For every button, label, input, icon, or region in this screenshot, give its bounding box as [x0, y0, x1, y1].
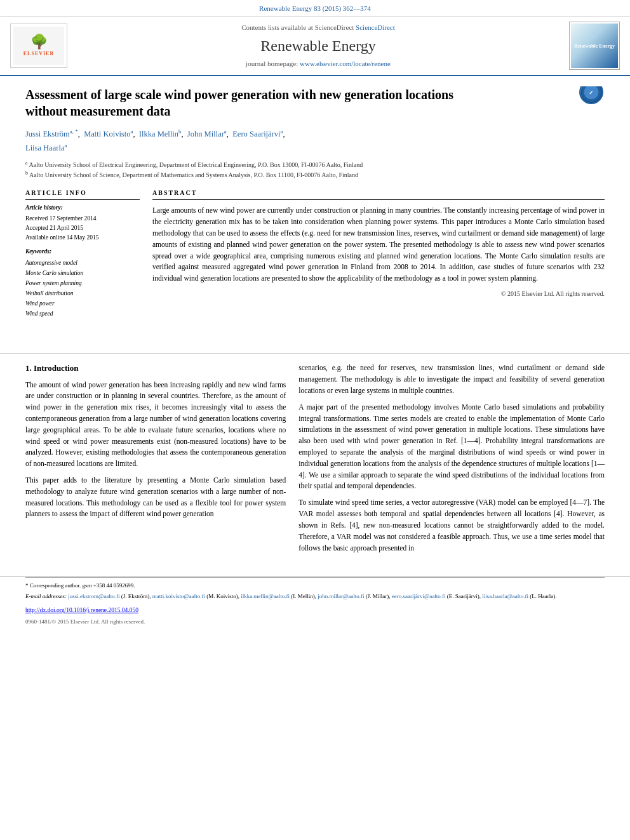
email-mellin[interactable]: ilkka.mellin@aalto.fi [241, 593, 290, 599]
footnotes-section: * Corresponding author. gsm +358 44 0592… [0, 577, 630, 601]
abstract-title: Abstract [152, 189, 605, 200]
science-direct-link[interactable]: ScienceDirect [356, 23, 395, 31]
keyword-3: Power system planning [25, 278, 140, 288]
received-date: Received 17 September 2014 [25, 214, 140, 223]
keywords-group: Keywords: Autoregressive model Monte Car… [25, 248, 140, 319]
article-info-abstract: Article info Article history: Received 1… [25, 189, 605, 324]
thumb-title: Renewable Energy [574, 43, 615, 50]
elsevier-brand: ELSEVIER [23, 50, 54, 57]
crossmark-icon: ✓ [579, 86, 603, 104]
journal-ref-text: Renewable Energy 83 (2015) 362—374 [259, 4, 371, 12]
email-haarla[interactable]: liisa.haarla@aalto.fi [482, 593, 528, 599]
copyright-text: © 2015 Elsevier Ltd. All rights reserved… [152, 290, 605, 298]
affiliations: a Aalto University School of Electrical … [25, 159, 605, 180]
svg-text:✓: ✓ [589, 90, 594, 96]
intro-heading-text: 1. Introduction [25, 363, 79, 373]
intro-para-2: This paper adds to the literature by pre… [25, 475, 286, 520]
keywords-list: Autoregressive model Monte Carlo simulat… [25, 258, 140, 319]
authors-line: Jussi Ekströma, *, Matti Koivistoa, Ilkk… [25, 127, 605, 154]
abstract-section: Abstract Large amounts of new wind power… [152, 189, 605, 324]
author-1: Jussi Ekström [25, 130, 70, 139]
affiliation-b: b Aalto University School of Science, De… [25, 170, 605, 180]
science-direct-label: Contents lists available at ScienceDirec… [241, 23, 354, 31]
corresponding-author-note: * Corresponding author. gsm +358 44 0592… [25, 582, 135, 589]
article-history: Article history: Received 17 September 2… [25, 204, 140, 243]
author-2: Matti Koivisto [84, 130, 130, 139]
keywords-label: Keywords: [25, 248, 140, 256]
doi-section: http://dx.doi.org/10.1016/j.renene.2015.… [0, 603, 630, 616]
abstract-text: Large amounts of new wind power are curr… [152, 205, 605, 284]
author-4: John Millar [187, 130, 224, 139]
journal-title: Renewable Energy [80, 36, 556, 57]
journal-homepage: journal homepage: www.elsevier.com/locat… [80, 59, 556, 69]
available-date: Available online 14 May 2015 [25, 233, 140, 243]
article-title: Assessment of large scale wind power gen… [25, 86, 457, 119]
history-label: Article history: [25, 204, 140, 212]
keyword-2: Monte Carlo simulation [25, 268, 140, 278]
author-3: Ilkka Mellin [139, 130, 178, 139]
right-para-3: To simulate wind speed time series, a ve… [298, 497, 605, 554]
elsevier-logo: 🌳 ELSEVIER [10, 23, 67, 68]
crossmark-badge[interactable]: ✓ [579, 86, 605, 105]
article-dates: Received 17 September 2014 Accepted 21 A… [25, 214, 140, 243]
affiliation-a: a Aalto University School of Electrical … [25, 159, 605, 170]
keyword-5: Wind power [25, 298, 140, 309]
footnote-divider [25, 577, 605, 578]
right-para-2: A major part of the presented methodolog… [298, 402, 605, 493]
issn-text: 0960-1481/© 2015 Elsevier Ltd. All right… [25, 618, 145, 625]
intro-para-1: The amount of wind power generation has … [25, 380, 286, 470]
intro-heading: 1. Introduction [25, 363, 286, 374]
email-koivisto[interactable]: matti.koivisto@aalto.fi [152, 593, 205, 599]
issn-section: 0960-1481/© 2015 Elsevier Ltd. All right… [0, 617, 630, 631]
thumb-image: Renewable Energy [571, 23, 618, 68]
keyword-1: Autoregressive model [25, 258, 140, 268]
right-para-1: scenarios, e.g. the need for reserves, n… [298, 363, 605, 396]
science-direct-info: Contents lists available at ScienceDirec… [80, 23, 556, 32]
author-6: Liisa Haarla [25, 143, 64, 152]
elsevier-tree-icon: 🌳 [30, 35, 48, 49]
homepage-link[interactable]: www.elsevier.com/locate/renene [300, 60, 391, 67]
left-column: 1. Introduction The amount of wind power… [25, 363, 286, 559]
email-saarijärvi[interactable]: eero.saarijärvi@aalto.fi [392, 593, 446, 599]
email-ekstrom[interactable]: jussi.ekstrom@aalto.fi [68, 593, 119, 599]
journal-reference: Renewable Energy 83 (2015) 362—374 [0, 0, 630, 17]
article-info-panel: Article info Article history: Received 1… [25, 189, 140, 324]
article-info-title: Article info [25, 189, 140, 200]
journal-center: Contents lists available at ScienceDirec… [67, 23, 569, 69]
footnote-emails: E-mail addresses: jussi.ekstrom@aalto.fi… [25, 592, 605, 601]
homepage-label: journal homepage: [246, 60, 298, 67]
article-header: ✓ Assessment of large scale wind power g… [0, 76, 630, 344]
journal-header: 🌳 ELSEVIER Contents lists available at S… [0, 17, 630, 76]
keyword-6: Wind speed [25, 309, 140, 319]
author-5: Eero Saarijärvi [232, 130, 280, 139]
right-column: scenarios, e.g. the need for reserves, n… [298, 363, 605, 559]
email-label: E-mail addresses: [25, 593, 68, 599]
doi-link[interactable]: http://dx.doi.org/10.1016/j.renene.2015.… [25, 607, 138, 613]
keyword-4: Weibull distribution [25, 288, 140, 298]
journal-thumbnail: Renewable Energy [569, 22, 620, 70]
main-body: 1. Introduction The amount of wind power… [0, 363, 630, 569]
section-divider [0, 353, 630, 354]
accepted-date: Accepted 21 April 2015 [25, 223, 140, 233]
footnote-corresponding: * Corresponding author. gsm +358 44 0592… [25, 582, 605, 590]
email-millar[interactable]: john.millar@aalto.fi [318, 593, 364, 599]
